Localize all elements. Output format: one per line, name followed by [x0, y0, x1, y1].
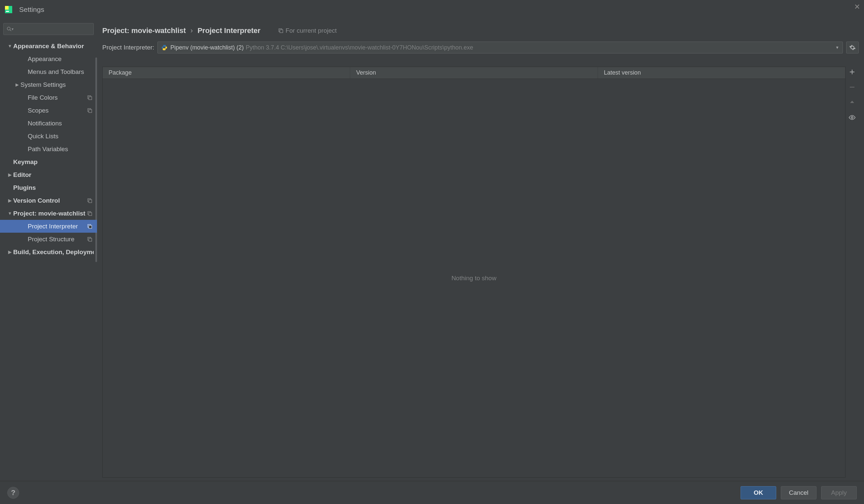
package-table-body: Nothing to show: [103, 79, 845, 477]
tree-item-file-colors[interactable]: File Colors: [0, 91, 97, 104]
titlebar: Settings ✕: [0, 0, 864, 19]
svg-point-3: [7, 27, 10, 30]
interpreter-settings-button[interactable]: [846, 41, 859, 53]
tree-item-label: Plugins: [13, 184, 94, 191]
tree-item-label: Quick Lists: [28, 133, 94, 140]
help-button[interactable]: ?: [7, 487, 19, 499]
interpreter-row: Project Interpreter: Pipenv (movie-watch…: [97, 40, 864, 58]
window-title: Settings: [19, 5, 44, 13]
tree-item-project-structure[interactable]: Project Structure: [0, 233, 97, 245]
package-table-header: Package Version Latest version: [103, 67, 845, 79]
body: ▾ Appearance & BehaviorAppearanceMenus a…: [0, 19, 864, 481]
sidebar: ▾ Appearance & BehaviorAppearanceMenus a…: [0, 19, 97, 481]
tree-item-label: Scopes: [28, 107, 94, 114]
tree-item-system-settings[interactable]: System Settings: [0, 78, 97, 91]
python-icon: [161, 44, 168, 51]
svg-line-4: [10, 30, 11, 31]
project-level-icon: [87, 224, 93, 229]
tree-item-build-execution-deployment[interactable]: Build, Execution, Deployment: [0, 245, 97, 259]
tree-item-project-interpreter[interactable]: Project Interpreter: [0, 220, 97, 233]
search-input[interactable]: ▾: [3, 23, 94, 35]
tree-item-path-variables[interactable]: Path Variables: [0, 143, 97, 155]
tree-item-label: Keymap: [13, 158, 94, 166]
tree-item-label: Project Interpreter: [28, 223, 94, 230]
tree-item-scopes[interactable]: Scopes: [0, 104, 97, 117]
tree-item-label: Project: movie-watchlist: [13, 210, 94, 217]
svg-rect-10: [89, 200, 92, 203]
tree-item-label: Path Variables: [28, 146, 94, 153]
tree-item-label: Project Structure: [28, 236, 94, 243]
settings-window: Settings ✕ ▾ Appearance & BehaviorAppear…: [0, 0, 864, 504]
tree-item-label: System Settings: [21, 81, 94, 88]
tree-item-editor[interactable]: Editor: [0, 168, 97, 181]
tree-item-appearance-behavior[interactable]: Appearance & Behavior: [0, 40, 97, 52]
chevron-down-icon: ▼: [835, 45, 839, 50]
main-panel: Project: movie-watchlist › Project Inter…: [97, 19, 864, 481]
footer: ? OK Cancel Apply: [0, 481, 864, 504]
tree-item-appearance[interactable]: Appearance: [0, 52, 97, 65]
tree-item-label: Appearance: [28, 56, 94, 63]
remove-package-button: [848, 83, 857, 92]
svg-rect-16: [89, 238, 92, 241]
close-icon[interactable]: ✕: [854, 3, 860, 11]
svg-rect-14: [89, 226, 92, 228]
svg-rect-1: [5, 6, 9, 10]
tree-item-label: Editor: [13, 171, 94, 179]
project-level-icon: [87, 198, 93, 203]
interpreter-label: Project Interpreter:: [102, 44, 154, 51]
tree-item-label: Menus and Toolbars: [28, 68, 94, 75]
tree-item-project-movie-watchlist[interactable]: Project: movie-watchlist: [0, 207, 97, 220]
empty-message: Nothing to show: [452, 275, 496, 282]
project-level-icon: [87, 237, 93, 242]
apply-button[interactable]: Apply: [821, 486, 857, 500]
tree-item-label: Version Control: [13, 197, 94, 204]
chevron-down-icon[interactable]: [7, 44, 13, 49]
interpreter-name: Pipenv (movie-watchlist) (2): [170, 44, 243, 51]
tree-item-keymap[interactable]: Keymap: [0, 155, 97, 168]
show-early-releases-button[interactable]: [848, 113, 857, 122]
column-version[interactable]: Version: [350, 67, 598, 79]
svg-point-22: [851, 117, 853, 119]
tree-item-label: Build, Execution, Deployment: [13, 249, 94, 256]
project-level-icon: [87, 108, 93, 113]
chevron-right-icon[interactable]: [14, 82, 21, 87]
svg-rect-8: [89, 110, 92, 112]
copy-icon: [278, 28, 284, 33]
add-package-button[interactable]: [848, 67, 857, 76]
interpreter-path: Python 3.7.4 C:\Users\jose\.virtualenvs\…: [245, 44, 833, 51]
svg-rect-18: [280, 30, 283, 33]
gear-icon: [849, 44, 856, 51]
column-latest[interactable]: Latest version: [598, 67, 845, 79]
package-tools: [845, 67, 859, 478]
tree-item-version-control[interactable]: Version Control: [0, 194, 97, 207]
tree-item-plugins[interactable]: Plugins: [0, 181, 97, 194]
svg-rect-2: [6, 11, 9, 12]
chevron-right-icon[interactable]: [7, 250, 13, 254]
column-package[interactable]: Package: [103, 67, 350, 79]
chevron-right-icon[interactable]: [7, 172, 13, 177]
svg-rect-6: [89, 97, 92, 100]
tree-item-notifications[interactable]: Notifications: [0, 117, 97, 130]
plus-icon: [849, 69, 855, 75]
interpreter-select[interactable]: Pipenv (movie-watchlist) (2) Python 3.7.…: [157, 41, 843, 53]
breadcrumb: Project: movie-watchlist › Project Inter…: [97, 19, 864, 40]
minus-icon: [849, 84, 855, 91]
breadcrumb-seg-2: Project Interpreter: [197, 26, 260, 35]
svg-rect-12: [89, 213, 92, 216]
tree-item-label: File Colors: [28, 94, 94, 101]
package-table: Package Version Latest version Nothing t…: [102, 67, 845, 478]
settings-tree: Appearance & BehaviorAppearanceMenus and…: [0, 38, 97, 481]
package-area: Package Version Latest version Nothing t…: [97, 58, 864, 481]
chevron-right-icon[interactable]: [7, 198, 13, 203]
ok-button[interactable]: OK: [741, 486, 776, 500]
breadcrumb-hint: For current project: [278, 27, 337, 34]
search-dropdown-caret[interactable]: ▾: [12, 27, 13, 31]
upgrade-package-button: [848, 98, 857, 107]
cancel-button[interactable]: Cancel: [781, 486, 816, 500]
tree-item-menus-and-toolbars[interactable]: Menus and Toolbars: [0, 65, 97, 78]
tree-item-label: Appearance & Behavior: [13, 43, 94, 50]
breadcrumb-seg-1: Project: movie-watchlist: [102, 26, 186, 35]
tree-item-quick-lists[interactable]: Quick Lists: [0, 130, 97, 143]
chevron-down-icon[interactable]: [7, 211, 13, 216]
search-wrap: ▾: [0, 19, 97, 38]
